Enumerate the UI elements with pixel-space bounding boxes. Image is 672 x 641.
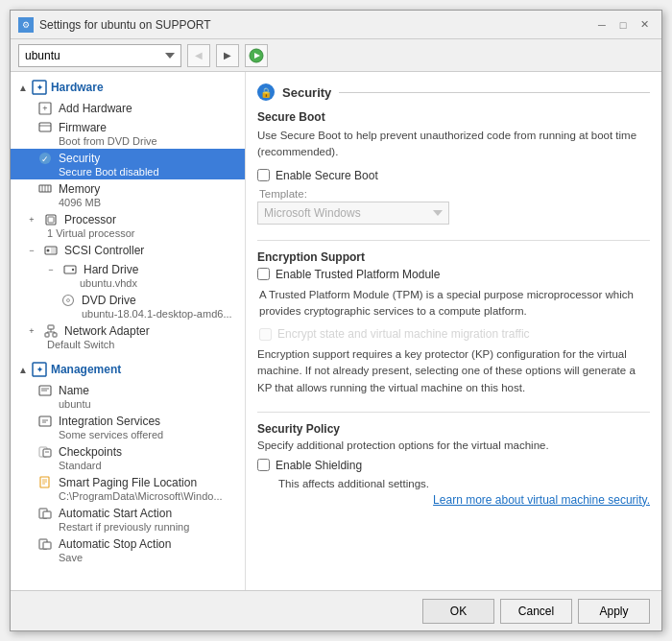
svg-rect-50 <box>43 542 51 549</box>
divider-1 <box>257 240 650 241</box>
sidebar-item-scsi[interactable]: − SCSI Controller <box>11 241 245 260</box>
svg-rect-41 <box>43 449 51 457</box>
tpm-desc: A Trusted Platform Module (TPM) is a spe… <box>257 287 650 320</box>
vm-dropdown[interactable]: ubuntu <box>18 44 181 67</box>
title-controls: ─ □ ✕ <box>592 15 654 35</box>
hardware-expand-icon: ▲ <box>18 83 28 93</box>
start-button[interactable] <box>245 44 268 67</box>
svg-rect-27 <box>53 333 57 337</box>
security-policy-block: Security Policy Specify additional prote… <box>257 422 650 507</box>
checkpoints-icon <box>37 444 53 460</box>
content-area: ▲ ✦ Hardware + Add Hardware <box>11 72 661 590</box>
sidebar-item-add-hardware[interactable]: + Add Hardware <box>11 99 245 118</box>
toolbar: ubuntu ◀ ▶ <box>11 39 661 72</box>
sidebar-item-processor[interactable]: + Processor 1 Virtual processor <box>11 210 245 241</box>
smart-paging-icon <box>37 475 53 490</box>
scsi-icon <box>43 243 59 258</box>
hardware-section-header[interactable]: ▲ ✦ Hardware <box>11 76 245 99</box>
add-hardware-label: Add Hardware <box>59 102 132 115</box>
svg-rect-43 <box>40 477 49 487</box>
management-expand-icon: ▲ <box>18 365 28 375</box>
play-icon <box>249 48 264 63</box>
add-hardware-icon: + <box>37 101 53 116</box>
firmware-icon <box>37 120 53 135</box>
svg-rect-6 <box>39 123 51 131</box>
svg-text:+: + <box>42 104 47 113</box>
svg-rect-25 <box>48 325 54 329</box>
network-label: Network Adapter <box>64 324 150 338</box>
sidebar-item-security[interactable]: ✓ Security Secure Boot disabled <box>11 149 245 179</box>
svg-point-17 <box>47 249 50 252</box>
sidebar-item-smart-paging[interactable]: Smart Paging File Location C:\ProgramDat… <box>11 473 245 504</box>
svg-text:✦: ✦ <box>36 83 42 92</box>
checkpoints-sublabel: Standard <box>37 460 237 471</box>
template-label: Template: <box>257 188 650 200</box>
integration-label: Integration Services <box>59 415 160 428</box>
cancel-button[interactable]: Cancel <box>500 599 572 624</box>
apply-button[interactable]: Apply <box>578 599 650 624</box>
name-sublabel: ubuntu <box>37 398 237 410</box>
memory-sublabel: 4096 MB <box>37 197 237 208</box>
enable-shielding-row: Enable Shielding <box>257 459 650 472</box>
firmware-sublabel: Boot from DVD Drive <box>37 135 237 147</box>
auto-stop-icon <box>37 536 53 552</box>
svg-text:✦: ✦ <box>36 366 42 374</box>
svg-rect-26 <box>45 333 49 337</box>
auto-stop-label: Automatic Stop Action <box>59 537 171 551</box>
enable-secure-boot-label[interactable]: Enable Secure Boot <box>276 169 378 182</box>
hdd-expand: − <box>45 264 57 275</box>
encrypt-migrate-checkbox[interactable] <box>259 328 272 341</box>
minimize-button[interactable]: ─ <box>592 15 612 35</box>
enable-shielding-label[interactable]: Enable Shielding <box>276 459 362 472</box>
enable-secure-boot-checkbox[interactable] <box>257 169 270 181</box>
sidebar-item-checkpoints[interactable]: Checkpoints Standard <box>11 442 245 473</box>
svg-text:✓: ✓ <box>41 154 49 164</box>
svg-rect-48 <box>43 511 51 518</box>
dvd-sublabel: ubuntu-18.04.1-desktop-amd6... <box>60 308 237 320</box>
sidebar-item-firmware[interactable]: Firmware Boot from DVD Drive <box>11 118 245 149</box>
learn-more-link[interactable]: Learn more about virtual machine securit… <box>257 493 650 507</box>
settings-window: ⚙ Settings for ubuntu on SUPPORT ─ □ ✕ u… <box>10 10 662 631</box>
management-section-header[interactable]: ▲ ✦ Management <box>11 358 245 381</box>
sidebar-item-dvd[interactable]: DVD Drive ubuntu-18.04.1-desktop-amd6... <box>11 291 245 321</box>
enable-tpm-label[interactable]: Enable Trusted Platform Module <box>276 268 440 281</box>
enable-shielding-checkbox[interactable] <box>257 459 270 471</box>
auto-stop-sublabel: Save <box>37 552 237 563</box>
back-button[interactable]: ◀ <box>187 44 210 67</box>
sidebar-item-name[interactable]: Name ubuntu <box>11 381 245 412</box>
scsi-label: SCSI Controller <box>64 244 144 257</box>
network-icon <box>43 323 59 339</box>
security-section-icon: 🔒 <box>257 83 275 101</box>
management-label: Management <box>51 363 121 376</box>
enable-tpm-checkbox[interactable] <box>257 268 270 280</box>
name-label: Name <box>59 384 89 397</box>
close-button[interactable]: ✕ <box>635 15 654 35</box>
sidebar-item-memory[interactable]: Memory 4096 MB <box>11 179 245 210</box>
hdd-icon <box>62 262 78 277</box>
svg-point-24 <box>67 299 70 302</box>
maximize-button[interactable]: □ <box>613 15 633 35</box>
sidebar-item-hard-drive[interactable]: − Hard Drive ubuntu.vhdx <box>11 260 245 291</box>
forward-button[interactable]: ▶ <box>216 44 239 67</box>
hdd-label: Hard Drive <box>84 263 138 276</box>
divider-2 <box>257 412 650 413</box>
ok-button[interactable]: OK <box>422 599 494 624</box>
sidebar-item-auto-stop[interactable]: Automatic Stop Action Save <box>11 534 245 565</box>
firmware-label: Firmware <box>59 121 107 134</box>
integration-sublabel: Some services offered <box>37 429 237 440</box>
secure-boot-block: Secure Boot Use Secure Boot to help prev… <box>257 110 650 225</box>
encryption-block: Encryption Support Enable Trusted Platfo… <box>257 250 650 396</box>
processor-icon <box>43 212 59 227</box>
auto-start-sublabel: Restart if previously running <box>37 521 237 533</box>
network-sublabel: Default Switch <box>26 339 237 350</box>
template-dropdown[interactable]: Microsoft Windows <box>257 202 449 225</box>
network-expand: + <box>26 325 37 337</box>
sidebar-item-network[interactable]: + Network Adapter Default Switch <box>11 321 245 352</box>
svg-point-22 <box>72 269 74 271</box>
sidebar-item-auto-start[interactable]: Automatic Start Action Restart if previo… <box>11 504 245 534</box>
sidebar: ▲ ✦ Hardware + Add Hardware <box>11 72 246 590</box>
sidebar-item-integration[interactable]: Integration Services Some services offer… <box>11 412 245 442</box>
smart-paging-sublabel: C:\ProgramData\Microsoft\Windo... <box>37 490 237 502</box>
auto-start-label: Automatic Start Action <box>59 507 172 520</box>
section-title: Security <box>282 85 331 100</box>
